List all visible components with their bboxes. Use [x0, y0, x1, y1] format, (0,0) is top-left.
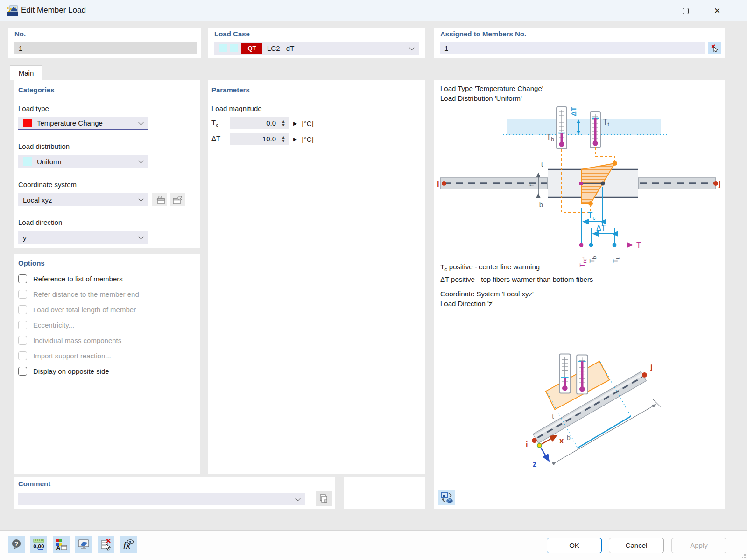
t-label: t [552, 413, 554, 420]
option-label: Import support reaction... [33, 352, 111, 360]
load-type-swatch [23, 119, 32, 127]
tc-detail-arrow[interactable]: ▶ [293, 120, 297, 126]
delete-pick-icon [99, 538, 113, 551]
tab-main[interactable]: Main [10, 65, 42, 80]
load-case-swatch-2 [230, 44, 238, 52]
dt-spinner[interactable]: ▲▼ [280, 133, 287, 145]
load-direction-select[interactable]: y [18, 231, 148, 244]
formula-button[interactable]: fx [120, 536, 137, 553]
load-case-type-badge: QT [241, 43, 262, 54]
new-window-icon [154, 195, 165, 205]
units-settings-button[interactable]: 0,00 [30, 536, 47, 553]
chevron-down-icon [138, 119, 143, 125]
option-label: Refer distance to the member end [33, 290, 139, 298]
load-type-select[interactable]: Temperature Change [18, 117, 148, 130]
copy-comment-button[interactable] [316, 491, 332, 506]
option-refer-distance: Refer distance to the member end [18, 290, 197, 299]
load-distribution-value: Uniform [37, 158, 62, 166]
preview-caption-top: Load Type 'Temperature Change' Load Dist… [440, 84, 543, 103]
no-label: No. [14, 30, 26, 38]
assigned-members-value: 1 [444, 44, 448, 52]
tc-dim-label: Tc [588, 211, 595, 221]
option-reference-to-list[interactable]: Reference to list of members [18, 274, 197, 283]
coordinate-system-select[interactable]: Local xyz [18, 193, 148, 206]
maximize-button[interactable] [675, 0, 696, 21]
h-label: h [527, 183, 535, 187]
window-title: Edit Member Load [21, 6, 86, 15]
swap-view-icon [441, 492, 453, 503]
display-settings-icon: A [55, 538, 68, 551]
resize-grip[interactable] [740, 553, 746, 558]
pick-cursor-icon [711, 44, 719, 52]
option-label: Display on opposite side [33, 367, 109, 375]
tc-input[interactable]: 0.0 ▲▼ [230, 117, 289, 129]
delete-load-button[interactable] [98, 536, 114, 553]
load-distribution-select[interactable]: Uniform [18, 155, 148, 168]
svg-text:?: ? [14, 540, 18, 547]
assigned-members-input[interactable]: 1 [440, 42, 705, 54]
preview-coordinate-system-text: Coordinate System 'Local xyz' [440, 289, 534, 299]
node-i-label: i [526, 440, 528, 449]
chevron-down-icon [138, 158, 143, 163]
option-label: Load over total length of member [33, 306, 136, 314]
checkbox [18, 336, 27, 345]
toggle-preview-button[interactable] [438, 490, 455, 505]
tt-axis-label: Tt [611, 258, 620, 263]
parameter-row-tc: Tc 0.0 ▲▼ ▶ [°C] [211, 117, 314, 130]
edit-member-load-dialog: 6 Edit Member Load — ✕ No. 1 Load Case Q… [0, 0, 747, 560]
help-button[interactable]: ? [8, 536, 25, 553]
b-label: b [567, 434, 571, 441]
load-case-select[interactable]: QT LC2 - dT [214, 42, 419, 55]
load-type-label: Load type [18, 105, 49, 112]
apply-label: Apply [690, 541, 708, 549]
options-title: Options [18, 259, 45, 267]
option-display-opposite-side[interactable]: Display on opposite side [18, 367, 197, 376]
close-button[interactable]: ✕ [706, 0, 728, 21]
dt-detail-arrow[interactable]: ▶ [293, 136, 297, 142]
display-settings-button[interactable]: A [53, 536, 70, 553]
thermometer-bottom-icon [557, 107, 567, 149]
ok-button[interactable]: OK [547, 538, 602, 553]
load-case-label: Load Case [214, 30, 250, 38]
help-icon: ? [10, 539, 22, 551]
load-direction-value: y [23, 234, 27, 242]
cancel-button[interactable]: Cancel [609, 538, 664, 553]
new-coordinate-system-button[interactable] [152, 193, 167, 206]
select-members-button[interactable] [708, 42, 721, 54]
spacer-panel [344, 477, 425, 509]
parameter-row-dt: ΔT 10.0 ▲▼ ▶ [°C] [211, 133, 314, 146]
preview-load-distribution-text: Load Distribution 'Uniform' [440, 93, 543, 103]
load-case-swatch-1 [219, 44, 227, 52]
app-icon: 6 [6, 5, 19, 17]
formula-icon: fx [122, 538, 135, 551]
units-icon-text: 0,00 [33, 543, 44, 550]
rendering-button[interactable] [75, 536, 92, 553]
load-case-value: LC2 - dT [267, 44, 294, 52]
load-number-input: 1 [14, 42, 197, 54]
tc-spinner[interactable]: ▲▼ [280, 118, 287, 129]
delta-t-band-label: ΔT [570, 107, 578, 116]
t-label: t [541, 160, 543, 168]
comment-combobox[interactable] [18, 493, 305, 505]
checkbox[interactable] [18, 274, 27, 283]
dt-input[interactable]: 10.0 ▲▼ [230, 133, 289, 145]
option-label: Individual mass components [33, 336, 121, 344]
option-load-over-total-length: Load over total length of member [18, 305, 197, 314]
dt-dim-label: ΔT [596, 224, 606, 232]
checkbox[interactable] [18, 367, 27, 376]
load-magnitude-label: Load magnitude [211, 105, 262, 112]
member-3d-diagram: i j x z t b [437, 310, 722, 490]
tc-unit: [°C] [302, 119, 313, 127]
comment-panel: Comment [14, 477, 335, 509]
preview-load-type-text: Load Type 'Temperature Change' [440, 84, 543, 93]
tc-label: Tc [211, 119, 224, 128]
option-import-support-reaction: Import support reaction... [18, 351, 197, 360]
thermometer-icon [577, 355, 587, 394]
node-i-label: i [437, 180, 439, 189]
preview-panel: Load Type 'Temperature Change' Load Dist… [434, 80, 725, 509]
load-distribution-swatch [23, 157, 32, 166]
thermometer-icon [559, 354, 570, 393]
cancel-label: Cancel [626, 541, 648, 549]
checkbox [18, 321, 27, 329]
edit-coordinate-system-button[interactable] [170, 193, 185, 206]
